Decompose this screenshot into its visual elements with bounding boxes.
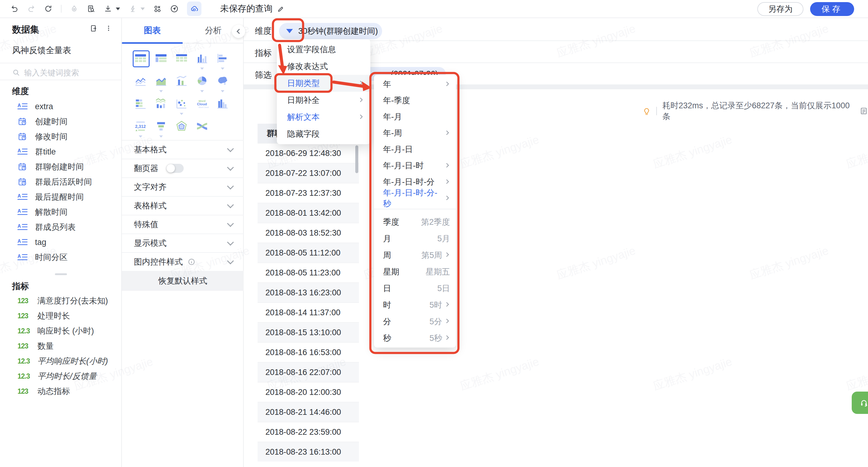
chart-variant-caret-icon[interactable] <box>221 90 224 92</box>
pager-toggle[interactable] <box>166 164 184 173</box>
accelerate-caret-icon[interactable] <box>141 7 145 10</box>
dimension-field[interactable]: A时间分区 <box>0 250 122 265</box>
chart-type-histogram-icon[interactable] <box>212 92 233 115</box>
tab-chart[interactable]: 图表 <box>122 18 183 43</box>
date-unit-item[interactable]: 分5分 <box>374 313 456 330</box>
chart-type-scatter-icon[interactable] <box>171 92 192 115</box>
cloud-save-button[interactable] <box>187 1 202 16</box>
dimension-field[interactable]: 群聊创建时间 <box>0 159 122 175</box>
menu-item[interactable]: 修改表达式 <box>277 58 370 75</box>
date-unit-item[interactable]: 月5月 <box>374 230 456 247</box>
chart-type-column-icon[interactable] <box>192 47 212 70</box>
date-format-item[interactable]: 年-季度 <box>374 92 456 108</box>
collapse-panel-button[interactable] <box>232 25 245 38</box>
dimension-field[interactable]: A群title <box>0 144 122 159</box>
date-format-item[interactable]: 年-月 <box>374 108 456 125</box>
metric-field[interactable]: 123处理时长 <box>0 308 122 323</box>
chart-type-map-icon[interactable] <box>212 70 233 92</box>
query-detail-icon[interactable] <box>860 107 868 115</box>
dimension-field[interactable]: A最后提醒时间 <box>0 189 122 205</box>
chart-type-area-icon[interactable] <box>151 70 171 92</box>
dimension-field[interactable]: Aextra <box>0 99 122 114</box>
chart-type-stacked-bar-icon[interactable] <box>130 92 151 115</box>
menu-item[interactable]: 设置字段信息 <box>277 41 370 58</box>
chart-variant-caret-icon[interactable] <box>200 68 204 70</box>
date-unit-item[interactable]: 秒5秒 <box>374 330 456 346</box>
chart-type-sankey-icon[interactable] <box>192 115 212 137</box>
dimension-field[interactable]: 群最后活跃时间 <box>0 175 122 189</box>
menu-item[interactable]: 隐藏字段 <box>277 125 370 143</box>
chart-variant-caret-icon[interactable] <box>200 90 204 92</box>
chevron-down-icon[interactable] <box>286 29 293 33</box>
dataset-name[interactable]: 风神反馈全量表 <box>12 45 71 56</box>
chart-type-detail-table-icon[interactable] <box>171 47 192 70</box>
date-format-item[interactable]: 年-周 <box>374 125 456 141</box>
undo-icon[interactable] <box>10 4 19 13</box>
format-section-row[interactable]: 图内控件样式 <box>122 253 244 272</box>
metric-field[interactable]: 12.3平均响应时长(小时) <box>0 353 122 369</box>
metric-field[interactable]: 123数量 <box>0 339 122 353</box>
publish-icon[interactable] <box>170 4 179 13</box>
refresh-icon[interactable] <box>44 4 53 13</box>
download-icon[interactable] <box>104 4 112 13</box>
chart-type-radar-icon[interactable] <box>171 115 192 137</box>
marker-icon[interactable] <box>70 4 79 13</box>
widgets-icon[interactable] <box>153 4 162 13</box>
date-unit-item[interactable]: 星期星期五 <box>374 263 456 280</box>
chart-type-combo-icon[interactable] <box>151 92 171 115</box>
date-unit-item[interactable]: 日5日 <box>374 280 456 297</box>
chart-variant-caret-icon[interactable] <box>159 90 163 92</box>
dimension-field[interactable]: Atag <box>0 235 122 250</box>
chart-variant-caret-icon[interactable] <box>180 113 183 115</box>
date-format-item[interactable]: 年-月-日-时-分-秒 <box>374 190 456 206</box>
chart-type-bar-icon[interactable] <box>212 47 233 70</box>
metric-field[interactable]: 123满意度打分(去未知) <box>0 293 122 308</box>
format-section-row[interactable]: 文字对齐 <box>122 178 244 197</box>
save-as-button[interactable]: 另存为 <box>757 2 803 16</box>
date-unit-item[interactable]: 时5时 <box>374 297 456 313</box>
date-format-item[interactable]: 年 <box>374 76 456 92</box>
format-section-row[interactable]: 翻页器 <box>122 159 244 178</box>
save-button[interactable]: 保存 <box>810 2 854 16</box>
format-section-row[interactable]: 显示模式 <box>122 234 244 253</box>
date-unit-item[interactable]: 周第5周 <box>374 247 456 263</box>
dimension-field[interactable]: 创建时间 <box>0 114 122 129</box>
download-caret-icon[interactable] <box>116 7 120 10</box>
chart-type-word-cloud-icon[interactable]: WordCloudWord Cloud <box>192 92 212 115</box>
format-section-row[interactable]: 表格样式 <box>122 197 244 215</box>
date-unit-item[interactable]: 季度第2季度 <box>374 214 456 230</box>
date-format-item[interactable]: 年-月-日 <box>374 141 456 157</box>
more-options-icon[interactable] <box>104 24 113 33</box>
metric-field[interactable]: 12.3响应时长 (小时) <box>0 323 122 339</box>
chart-variant-caret-icon[interactable] <box>159 135 163 137</box>
reset-style-button[interactable]: 恢复默认样式 <box>122 271 244 291</box>
dimension-field[interactable]: A解散时间 <box>0 205 122 220</box>
chart-type-cross-table-icon[interactable] <box>151 47 171 70</box>
chart-type-pie-icon[interactable] <box>192 70 212 92</box>
chart-type-data-table-icon[interactable] <box>130 47 151 70</box>
chart-variant-caret-icon[interactable] <box>139 135 142 137</box>
chart-type-funnel-icon[interactable] <box>151 115 171 137</box>
query-log-icon[interactable] <box>87 4 95 13</box>
metric-field[interactable]: 123动态指标 <box>0 384 122 399</box>
format-section-row[interactable]: 特殊值 <box>122 215 244 234</box>
chart-variant-caret-icon[interactable] <box>221 68 224 70</box>
menu-item[interactable]: 日期补全 <box>277 92 370 108</box>
switch-dataset-icon[interactable] <box>89 24 98 33</box>
date-format-item[interactable]: 年-月-日-时 <box>374 157 456 174</box>
chart-type-line-column-icon[interactable] <box>171 70 192 92</box>
edit-title-icon[interactable] <box>277 4 285 13</box>
menu-item[interactable]: 解析文本 <box>277 108 370 125</box>
dimension-field[interactable]: A群成员列表 <box>0 220 122 235</box>
chart-type-kpi-card-icon[interactable]: 2,312 <box>130 115 151 137</box>
dimension-field-chip[interactable]: 30秒钟(群聊创建时间) <box>279 23 382 39</box>
table-scrollbar-thumb[interactable] <box>355 146 358 173</box>
chart-type-line-icon[interactable] <box>130 70 151 92</box>
redo-icon[interactable] <box>27 4 36 13</box>
field-search-input[interactable]: 输入关键词搜索 <box>12 66 79 80</box>
format-section-row[interactable]: 基本格式 <box>122 141 244 159</box>
support-button[interactable] <box>852 392 868 414</box>
dimension-field[interactable]: 修改时间 <box>0 129 122 144</box>
panel-resize-handle[interactable] <box>55 273 67 275</box>
accelerate-icon[interactable] <box>128 4 137 13</box>
